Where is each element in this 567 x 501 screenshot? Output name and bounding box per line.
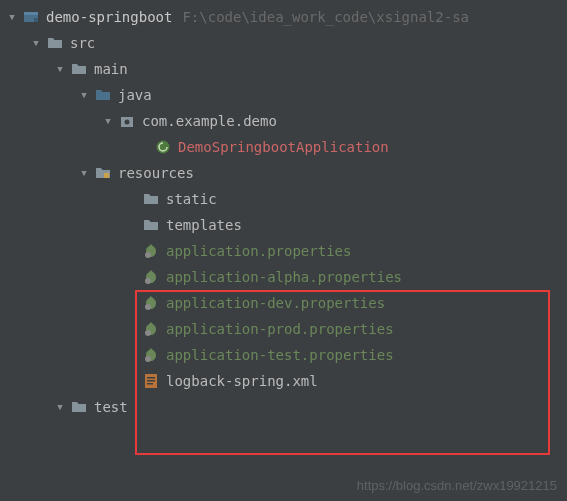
svg-rect-15 — [147, 383, 153, 385]
project-name: demo-springboot — [46, 9, 172, 25]
node-label: application-dev.properties — [166, 295, 385, 311]
spring-config-icon — [142, 242, 160, 260]
svg-rect-14 — [147, 380, 155, 382]
tree-node-src[interactable]: src — [0, 30, 567, 56]
chevron-down-icon[interactable] — [78, 167, 90, 179]
svg-rect-1 — [24, 12, 38, 15]
tree-node-root[interactable]: demo-springboot F:\code\idea_work_code\x… — [0, 4, 567, 30]
svg-point-8 — [145, 278, 151, 284]
spring-boot-icon — [154, 138, 172, 156]
svg-point-9 — [145, 304, 151, 310]
node-label: com.example.demo — [142, 113, 277, 129]
node-label: application-alpha.properties — [166, 269, 402, 285]
chevron-down-icon[interactable] — [6, 11, 18, 23]
folder-icon — [46, 34, 64, 52]
folder-icon — [142, 190, 160, 208]
chevron-down-icon[interactable] — [54, 63, 66, 75]
folder-icon — [70, 60, 88, 78]
svg-rect-13 — [147, 377, 155, 379]
node-label: application-test.properties — [166, 347, 394, 363]
node-label: logback-spring.xml — [166, 373, 318, 389]
tree-node-static[interactable]: static — [0, 186, 567, 212]
chevron-down-icon[interactable] — [78, 89, 90, 101]
tree-node-main-class[interactable]: DemoSpringbootApplication — [0, 134, 567, 160]
folder-icon — [70, 398, 88, 416]
tree-node-properties[interactable]: application-dev.properties — [0, 290, 567, 316]
svg-point-7 — [145, 252, 151, 258]
resources-folder-icon — [94, 164, 112, 182]
folder-icon — [142, 216, 160, 234]
node-label: DemoSpringbootApplication — [178, 139, 389, 155]
node-label: test — [94, 399, 128, 415]
module-icon — [22, 8, 40, 26]
node-label: java — [118, 87, 152, 103]
xml-file-icon — [142, 372, 160, 390]
spring-config-icon — [142, 268, 160, 286]
svg-point-10 — [145, 330, 151, 336]
spring-config-icon — [142, 294, 160, 312]
tree-node-properties[interactable]: application.properties — [0, 238, 567, 264]
tree-node-templates[interactable]: templates — [0, 212, 567, 238]
svg-point-11 — [145, 356, 151, 362]
tree-node-properties[interactable]: application-alpha.properties — [0, 264, 567, 290]
svg-rect-6 — [104, 173, 109, 178]
tree-node-package[interactable]: com.example.demo — [0, 108, 567, 134]
svg-point-4 — [125, 120, 130, 125]
chevron-down-icon[interactable] — [54, 401, 66, 413]
project-path: F:\code\idea_work_code\xsignal2-sa — [182, 9, 469, 25]
tree-node-main[interactable]: main — [0, 56, 567, 82]
tree-node-java[interactable]: java — [0, 82, 567, 108]
project-tree: demo-springboot F:\code\idea_work_code\x… — [0, 0, 567, 424]
node-label: templates — [166, 217, 242, 233]
spring-config-icon — [142, 346, 160, 364]
node-label: main — [94, 61, 128, 77]
tree-node-properties[interactable]: application-prod.properties — [0, 316, 567, 342]
watermark: https://blog.csdn.net/zwx19921215 — [357, 478, 557, 493]
svg-rect-2 — [34, 18, 38, 22]
chevron-down-icon[interactable] — [102, 115, 114, 127]
tree-node-properties[interactable]: application-test.properties — [0, 342, 567, 368]
node-label: application.properties — [166, 243, 351, 259]
tree-node-logback[interactable]: logback-spring.xml — [0, 368, 567, 394]
node-label: static — [166, 191, 217, 207]
tree-node-test[interactable]: test — [0, 394, 567, 420]
tree-node-resources[interactable]: resources — [0, 160, 567, 186]
chevron-down-icon[interactable] — [30, 37, 42, 49]
node-label: resources — [118, 165, 194, 181]
node-label: application-prod.properties — [166, 321, 394, 337]
node-label: src — [70, 35, 95, 51]
package-icon — [118, 112, 136, 130]
source-folder-icon — [94, 86, 112, 104]
spring-config-icon — [142, 320, 160, 338]
